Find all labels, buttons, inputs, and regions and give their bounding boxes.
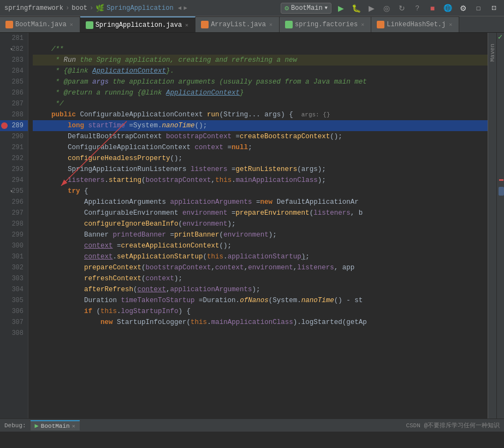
java3-icon (377, 21, 384, 28)
gutter-302: 302 (0, 262, 28, 273)
gutter-290: 290 (0, 131, 28, 142)
code-line-298: configureIgnoreBeanInfo(environment); (33, 219, 496, 229)
profile-button[interactable]: ◎ (381, 2, 393, 14)
gutter-303: 303 (0, 273, 28, 284)
gutter-282: ▾ 282 (0, 44, 28, 55)
code-line-290: DefaultBootstrapContext bootstrapContext… (33, 131, 496, 142)
maven-panel[interactable]: Maven (488, 33, 496, 418)
debug-session-tab[interactable]: ▶ BootMain ✕ (31, 420, 80, 431)
code-line-281 (33, 33, 496, 44)
code-line-301: context.setApplicationStartup(this.appli… (33, 251, 496, 262)
tab-springfactories-close[interactable]: ✕ (360, 21, 365, 28)
code-line-282: /** (33, 44, 496, 55)
gutter-292: 292 (0, 153, 28, 164)
update-button[interactable]: ↻ (396, 2, 408, 14)
fold-icon-282[interactable]: ▾ (10, 46, 13, 52)
gutter-305: 305 (0, 295, 28, 306)
gutter-299: 299 (0, 229, 28, 240)
java2-icon (201, 21, 209, 28)
breadcrumb-boot[interactable]: boot (72, 4, 87, 12)
code-line-299: Banner printedBanner = printBanner(envir… (33, 229, 496, 240)
line-number-gutter: 281 ▾ 282 283 284 285 286 287 288 289 29… (0, 33, 28, 418)
code-line-308 (33, 328, 496, 339)
code-line-292: configureHeadlessProperty(); (33, 153, 496, 164)
gutter-289[interactable]: 289 (0, 120, 28, 131)
run-config-dropdown[interactable]: ⚙ BootMain ▼ (281, 3, 331, 14)
editor-area: 281 ▾ 282 283 284 285 286 287 288 289 29… (0, 33, 504, 418)
gutter-295: ▾ 295 (0, 186, 28, 197)
browser-button[interactable]: 🌐 (442, 2, 454, 14)
tab-springapplication[interactable]: SpringApplication.java ✕ (80, 16, 195, 32)
spring-icon: 🌿 (96, 4, 104, 13)
code-line-300: context = createApplicationContext(); (33, 240, 496, 251)
gutter-297: 297 (0, 208, 28, 219)
code-editor[interactable]: /** * Run the Spring application, creati… (28, 33, 496, 418)
gutter-300: 300 (0, 240, 28, 251)
expand-btn[interactable]: ⊡ (488, 2, 500, 14)
debug-button[interactable]: 🐛 (350, 2, 362, 14)
tab-bootmain[interactable]: BootMain.java ✕ (0, 16, 80, 32)
breakpoint-289[interactable] (1, 122, 8, 129)
file-status-checkmark: ✓ (496, 33, 504, 40)
tabs-bar: BootMain.java ✕ SpringApplication.java ✕… (0, 16, 504, 33)
gutter-286: 286 (0, 87, 28, 98)
breadcrumb-current: SpringApplication (106, 4, 173, 12)
spring-tab-icon (86, 21, 93, 29)
watermark-text: CSDN @不要排斥学习任何一种知识 (406, 421, 500, 429)
status-bar: Debug: ▶ BootMain ✕ CSDN @不要排斥学习任何一种知识 (0, 418, 504, 432)
code-line-283: * Run the Spring application, creating a… (33, 55, 496, 66)
tab-linkedhashset[interactable]: LinkedHashSet.j ✕ (371, 16, 459, 32)
coverage-button[interactable]: ▶ (365, 2, 377, 14)
breadcrumb-nav-fwd[interactable]: ► (183, 5, 187, 11)
code-line-289: long startTime = System.nanoTime(); (33, 120, 496, 131)
error-marker-1 (499, 179, 503, 181)
code-line-305: Duration timeTakenToStartup = Duration.o… (33, 295, 496, 306)
debug-session-close[interactable]: ✕ (72, 423, 75, 429)
top-bar: springframework › boot › 🌿 SpringApplica… (0, 0, 504, 16)
tab-bootmain-close[interactable]: ✕ (69, 21, 74, 28)
code-line-307: new StartupInfoLogger(this.mainApplicati… (33, 317, 496, 328)
code-line-286: * @return a running {@link ApplicationCo… (33, 87, 496, 98)
gutter-307: 307 (0, 317, 28, 328)
dropdown-arrow: ▼ (325, 5, 328, 11)
code-line-303: refreshContext(context); (33, 273, 496, 284)
maven-label[interactable]: Maven (489, 44, 496, 62)
breadcrumb-nav-back[interactable]: ◄ (178, 5, 182, 11)
right-scrollbar[interactable]: ✓ (496, 33, 504, 418)
tab-springapplication-label: SpringApplication.java (96, 21, 182, 29)
build-btn[interactable]: □ (472, 2, 484, 14)
gutter-283: 283 (0, 55, 28, 66)
debug-label: Debug: (4, 422, 26, 429)
tab-springapplication-close[interactable]: ✕ (184, 21, 189, 29)
tab-springfactories-label: spring.factories (295, 21, 358, 28)
run-config-label: BootMain (291, 4, 323, 12)
run-button[interactable]: ▶ (335, 2, 347, 14)
code-line-284: * {@link ApplicationContext}. (33, 66, 496, 76)
tab-bootmain-label: BootMain.java (15, 21, 67, 28)
scroll-position-marker (499, 187, 504, 196)
gutter-301: 301 (0, 251, 28, 262)
tab-arraylist[interactable]: ArrayList.java ✕ (195, 16, 280, 32)
run-controls: ⚙ BootMain ▼ ▶ 🐛 ▶ ◎ ↻ ? ■ 🌐 ⚙ □ ⊡ (281, 2, 500, 14)
gutter-281: 281 (0, 33, 28, 44)
gutter-293: 293 (0, 164, 28, 175)
gutter-298: 298 (0, 219, 28, 229)
tab-springfactories[interactable]: spring.factories ✕ (280, 16, 371, 32)
tab-arraylist-close[interactable]: ✕ (268, 21, 274, 28)
breadcrumb-springframework[interactable]: springframework (4, 4, 63, 12)
code-line-297: ConfigurableEnvironment environment = pr… (33, 208, 496, 219)
tab-linkedhashset-close[interactable]: ✕ (448, 21, 453, 28)
stop-button[interactable]: ■ (426, 2, 438, 14)
settings-button[interactable]: ⚙ (457, 2, 469, 14)
gutter-296: 296 (0, 197, 28, 208)
fold-icon-295[interactable]: ▾ (10, 188, 13, 194)
gutter-294: 294 (0, 175, 28, 186)
code-line-294: listeners.starting(bootstrapContext, thi… (33, 175, 496, 186)
debug-session-label: BootMain (41, 423, 70, 429)
help-button[interactable]: ? (411, 2, 423, 14)
code-line-302: prepareContext(bootstrapContext, context… (33, 262, 496, 273)
debug-run-icon: ▶ (35, 422, 39, 430)
code-line-293: SpringApplicationRunListeners listeners … (33, 164, 496, 175)
gutter-284: 284 (0, 66, 28, 76)
breadcrumb: springframework › boot › 🌿 SpringApplica… (4, 4, 187, 13)
